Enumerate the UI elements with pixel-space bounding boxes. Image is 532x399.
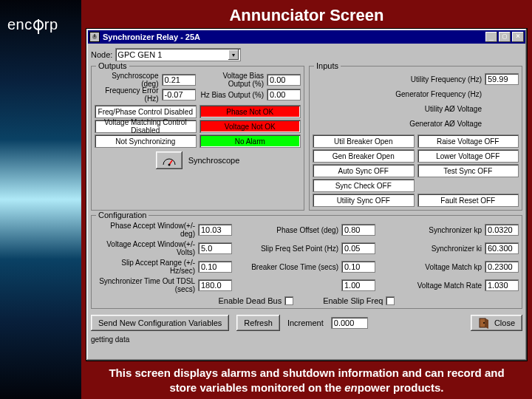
close-button[interactable]: Close bbox=[471, 315, 522, 331]
util-av-label: Utility AØ Voltage bbox=[313, 105, 485, 113]
annun-no-alarm: No Alarm bbox=[200, 134, 301, 148]
annun-test-sync-off: Test Sync OFF bbox=[417, 164, 519, 177]
refresh-label: Refresh bbox=[244, 318, 273, 327]
voltage-accept-field[interactable]: 5.0 bbox=[198, 242, 232, 254]
slide-left-strip: enc rp bbox=[0, 0, 81, 399]
sync-relay-window: Synchronizer Relay - 25A _ ▢ × Node: GPC… bbox=[86, 28, 528, 361]
window-title: Synchronizer Relay - 25A bbox=[103, 33, 485, 41]
annun-auto-sync-off: Auto Sync OFF bbox=[313, 164, 415, 177]
status-text: getting data bbox=[91, 335, 522, 344]
vmatch-kp-field[interactable]: 0.2300 bbox=[485, 261, 519, 273]
vmatch-rate-field[interactable]: 1.030 bbox=[485, 279, 519, 291]
synchroscope-button[interactable] bbox=[156, 151, 183, 169]
annun-freq-phase-disabled: Freq/Phase Control Disabled bbox=[95, 105, 197, 118]
annun-phase-not-ok: Phase Not OK bbox=[200, 105, 301, 118]
annun-raise-voltage-off: Raise Voltage OFF bbox=[417, 134, 519, 148]
annun-fault-reset-off: Fault Reset OFF bbox=[417, 194, 519, 207]
annun-lower-voltage-off: Lower Voltage OFF bbox=[417, 149, 519, 163]
app-icon bbox=[89, 32, 100, 42]
close-window-button[interactable]: × bbox=[512, 32, 524, 42]
gen-av-label: Generator AØ Voltage bbox=[313, 120, 485, 128]
slip-accept-field[interactable]: 0.10 bbox=[198, 261, 232, 273]
svg-marker-5 bbox=[485, 318, 488, 329]
phase-accept-field[interactable]: 10.03 bbox=[198, 224, 232, 236]
gen-freq-label: Generator Frequency (Hz) bbox=[313, 90, 485, 98]
brand-logo: enc rp bbox=[7, 16, 74, 33]
sync-ki-field[interactable]: 60.300 bbox=[485, 242, 519, 254]
util-freq-label: Utility Frequency (Hz) bbox=[313, 75, 485, 83]
annun-not-synchronizing: Not Synchronizing bbox=[95, 134, 197, 148]
slip-setpoint-field[interactable]: 0.05 bbox=[341, 242, 375, 254]
node-value: GPC GEN 1 bbox=[117, 50, 162, 59]
minimize-button[interactable]: _ bbox=[485, 32, 497, 42]
node-label: Node: bbox=[91, 50, 112, 59]
util-freq-field[interactable]: 59.99 bbox=[485, 73, 519, 85]
outputs-legend: Outputs bbox=[96, 61, 129, 70]
slip-setpoint-label: Slip Freq Set Point (Hz) bbox=[238, 245, 338, 253]
titlebar[interactable]: Synchronizer Relay - 25A _ ▢ × bbox=[88, 30, 525, 44]
close-label: Close bbox=[494, 318, 515, 327]
increment-field[interactable]: 0.000 bbox=[331, 317, 368, 329]
phase-offset-label: Phase Offset (deg) bbox=[238, 226, 338, 234]
slide-title: Annunciator Screen bbox=[81, 0, 532, 28]
inputs-group: Inputs Utility Frequency (Hz) 59.99 Gene… bbox=[309, 66, 522, 211]
enable-slipfreq-label: Enable Slip Freq bbox=[323, 296, 383, 305]
vmatch-kp-label: Voltage Match kp bbox=[381, 263, 482, 271]
slip-accept-label: Slip Accept Range (+/- Hz/sec) bbox=[95, 259, 195, 275]
annun-gen-breaker-open: Gen Breaker Open bbox=[313, 149, 415, 163]
annun-util-breaker-open: Util Breaker Open bbox=[313, 134, 415, 148]
annun-utility-sync-off: Utility Sync OFF bbox=[313, 194, 415, 207]
enable-deadbus-label: Enable Dead Bus bbox=[219, 296, 282, 305]
freq-error-field[interactable]: -0.07 bbox=[162, 89, 196, 100]
annun-voltage-match-disabled: Voltage Matching Control Disabled bbox=[95, 120, 197, 133]
chevron-down-icon[interactable]: ▾ bbox=[228, 50, 239, 60]
enable-slipfreq-checkbox[interactable] bbox=[386, 296, 395, 305]
hz-bias-field[interactable]: 0.00 bbox=[267, 89, 301, 100]
breaker-close-label: Breaker Close Time (secs) bbox=[238, 263, 338, 271]
sync-ki-label: Synchronizer ki bbox=[381, 245, 482, 253]
caption-a: This screen displays alarms and shutdown… bbox=[109, 366, 504, 394]
annun-voltage-not-ok: Voltage Not OK bbox=[200, 120, 301, 133]
brand-text-a: enc bbox=[7, 16, 33, 33]
hz-bias-label: Hz Bias Output (%) bbox=[200, 91, 265, 99]
svg-point-3 bbox=[168, 164, 170, 166]
voltage-accept-label: Voltage Accept Window(+/- Volts) bbox=[95, 240, 195, 256]
send-config-button[interactable]: Send New Configuration Variables bbox=[91, 315, 229, 331]
increment-label: Increment bbox=[287, 318, 324, 327]
voltage-bias-label: Voltage Bias Output (%) bbox=[200, 72, 265, 88]
sync-kp-label: Synchronizer kp bbox=[381, 226, 482, 234]
refresh-button[interactable]: Refresh bbox=[236, 315, 280, 331]
gauge-icon bbox=[162, 154, 177, 166]
brand-text-b: rp bbox=[44, 16, 58, 33]
enable-deadbus-checkbox[interactable] bbox=[284, 296, 293, 305]
voltage-bias-field[interactable]: 0.00 bbox=[267, 74, 301, 86]
phase-offset-field[interactable]: 0.80 bbox=[341, 224, 375, 236]
annun-sync-check-off: Sync Check OFF bbox=[313, 179, 415, 192]
svg-point-6 bbox=[483, 322, 485, 324]
breaker-close-field[interactable]: 0.10 bbox=[341, 261, 375, 273]
caption-em: en bbox=[344, 381, 358, 394]
configuration-legend: Configuration bbox=[96, 211, 149, 219]
vmatch-rate-label: Voltage Match Rate bbox=[381, 282, 482, 290]
outputs-group: Outputs Synchroscope (deg) 0.21 Freque bbox=[91, 66, 304, 211]
maximize-button[interactable]: ▢ bbox=[499, 32, 511, 42]
synchroscope-caption: Synchroscope bbox=[188, 156, 240, 165]
sync-kp-field[interactable]: 0.0320 bbox=[485, 224, 519, 236]
synchroscope-deg-label: Synchroscope (deg) bbox=[95, 72, 159, 88]
caption-b: power products. bbox=[358, 381, 444, 394]
synchroscope-deg-field[interactable]: 0.21 bbox=[162, 74, 196, 86]
door-icon bbox=[478, 317, 490, 329]
brand-o-icon bbox=[33, 20, 44, 30]
blank-field[interactable]: 1.00 bbox=[341, 279, 375, 291]
configuration-group: Configuration Phase Accept Window(+/- de… bbox=[91, 215, 522, 309]
inputs-legend: Inputs bbox=[314, 61, 341, 70]
sync-timeout-label: Synchronizer Time Out TDSL (secs) bbox=[95, 277, 195, 293]
phase-accept-label: Phase Accept Window(+/- deg) bbox=[95, 222, 195, 238]
slide-caption: This screen displays alarms and shutdown… bbox=[81, 361, 532, 399]
freq-error-label: Frequency Error (Hz) bbox=[95, 86, 159, 103]
node-combo[interactable]: GPC GEN 1 ▾ bbox=[115, 48, 241, 61]
sync-timeout-field[interactable]: 180.0 bbox=[198, 279, 232, 291]
send-config-label: Send New Configuration Variables bbox=[98, 318, 222, 327]
